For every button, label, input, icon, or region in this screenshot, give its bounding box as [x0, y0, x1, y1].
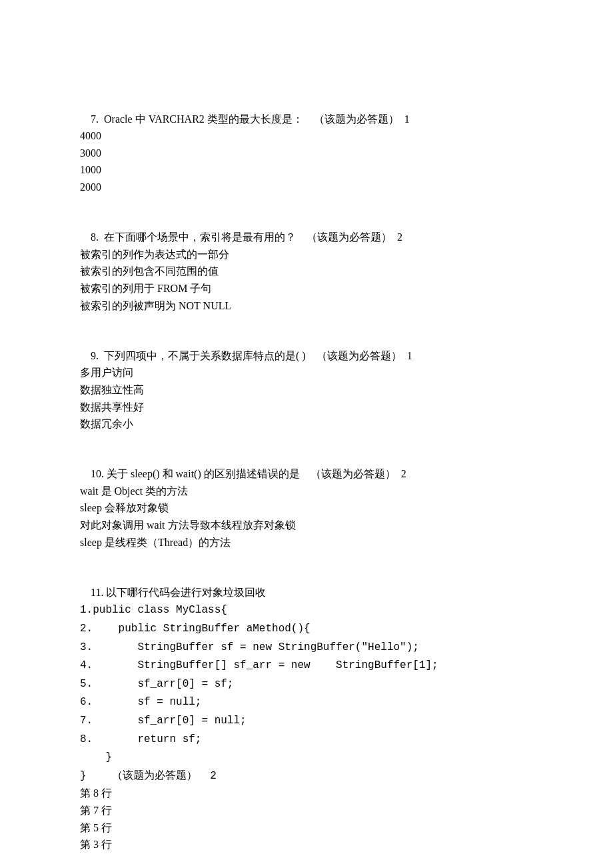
question-number: 10. [91, 468, 104, 479]
code-line: } [80, 751, 112, 763]
option: 第 8 行 [80, 787, 112, 799]
option: 被索引的列包含不同范围的值 [80, 265, 219, 277]
option: 2000 [80, 181, 101, 193]
question-9: 9. 下列四项中，不属于关系数据库特点的是( ) （该题为必答题） 1 多用户访… [80, 330, 533, 433]
question-8: 8. 在下面哪个场景中，索引将是最有用的？ （该题为必答题） 2 被索引的列作为… [80, 212, 533, 315]
code-line: 8. return sf; [80, 733, 201, 745]
code-line: 7. sf_arr[0] = null; [80, 715, 247, 727]
code-line: 5. sf_arr[0] = sf; [80, 678, 233, 690]
code-line: 2. public StringBuffer aMethod(){ [80, 623, 310, 635]
question-prompt: 在下面哪个场景中，索引将是最有用的？ （该题为必答题） 2 [104, 231, 402, 243]
option: 4000 [80, 130, 101, 141]
question-prompt: Oracle 中 VARCHAR2 类型的最大长度是： （该题为必答题） 1 [104, 113, 410, 125]
question-prompt: 下列四项中，不属于关系数据库特点的是( ) （该题为必答题） 1 [104, 350, 412, 361]
question-number: 9. [91, 350, 99, 361]
code-line: 6. sf = null; [80, 696, 201, 708]
question-number: 8. [91, 231, 99, 243]
question-10: 10. 关于 sleep() 和 wait() 的区别描述错误的是 （该题为必答… [80, 449, 533, 551]
code-line: 4. StringBuffer[] sf_arr = new StringBuf… [80, 659, 438, 671]
document-page: 7. Oracle 中 VARCHAR2 类型的最大长度是： （该题为必答题） … [0, 0, 613, 868]
option: 数据共享性好 [80, 401, 144, 413]
question-7: 7. Oracle 中 VARCHAR2 类型的最大长度是： （该题为必答题） … [80, 93, 533, 196]
option: 对此对象调用 wait 方法导致本线程放弃对象锁 [80, 519, 296, 531]
option: 被索引的列被声明为 NOT NULL [80, 300, 231, 311]
code-line: 3. StringBuffer sf = new StringBuffer("H… [80, 641, 419, 653]
question-11: 11. 以下哪行代码会进行对象垃圾回收 1.public class MyCla… [80, 567, 533, 853]
code-line: } （该题为必答题） 2 [80, 770, 217, 782]
option: sleep 会释放对象锁 [80, 502, 169, 513]
option: 第 5 行 [80, 822, 112, 833]
option: wait 是 Object 类的方法 [80, 485, 188, 497]
option: 第 7 行 [80, 805, 112, 816]
option: 第 3 行 [80, 839, 112, 850]
option: 多用户访问 [80, 367, 133, 378]
question-number: 11. [91, 587, 103, 598]
code-line: 1.public class MyClass{ [80, 604, 227, 616]
option: 被索引的列用于 FROM 子句 [80, 283, 211, 294]
option: 3000 [80, 147, 101, 159]
option: 1000 [80, 164, 101, 175]
option: 数据独立性高 [80, 384, 144, 395]
question-prompt: 以下哪行代码会进行对象垃圾回收 [106, 587, 266, 598]
option: 被索引的列作为表达式的一部分 [80, 249, 229, 260]
option: sleep 是线程类（Thread）的方法 [80, 537, 231, 548]
question-prompt: 关于 sleep() 和 wait() 的区别描述错误的是 （该题为必答题） 2 [107, 468, 406, 479]
question-number: 7. [91, 113, 99, 125]
option: 数据冗余小 [80, 418, 133, 429]
